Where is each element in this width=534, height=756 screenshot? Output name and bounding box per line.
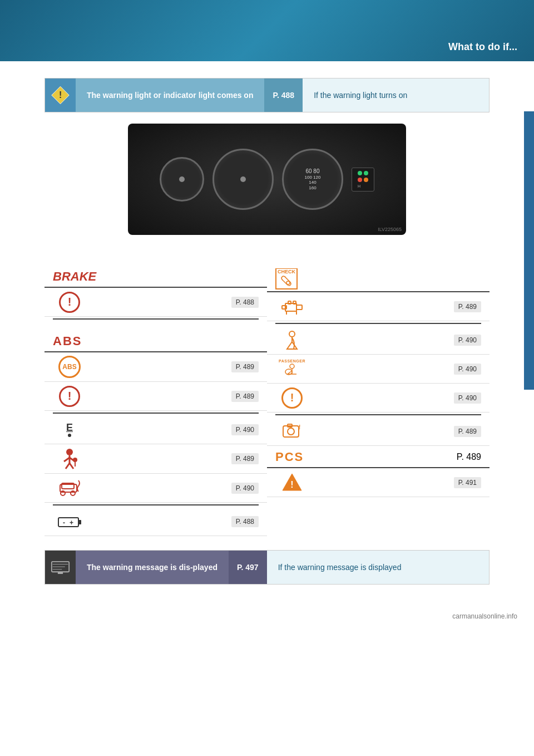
right-column: CHECK — [267, 266, 490, 536]
brake-system-icon: ! — [59, 386, 80, 407]
car-swerve-icon-area — [53, 478, 86, 499]
svg-point-18 — [286, 281, 290, 284]
vsc-icon-area: ! — [275, 421, 309, 441]
dashboard-image: 60 80 100 120 140 160 — [128, 124, 406, 235]
abs-section-header: ABS — [44, 330, 267, 352]
vsc-icon: ! — [281, 421, 303, 441]
check-icon-box: CHECK — [275, 268, 298, 289]
warning-lights-grid: BRAKE ! P. 488 ABS ABS P. 489 — [44, 266, 490, 536]
divider-3 — [53, 504, 259, 505]
fuel-page[interactable]: P. 490 — [231, 424, 259, 435]
passenger-airbag-item: PASSENGER P. 490 — [267, 355, 490, 384]
car-swerve-icon — [57, 478, 82, 499]
passenger-airbag-icon-area: PASSENGER — [275, 359, 309, 379]
circle-amber-icon-area: ! — [275, 387, 309, 409]
footer: carmanualsonline.info — [0, 601, 534, 631]
brake-circle-icon-area: ! — [53, 292, 86, 313]
battery-icon: - + — [57, 513, 82, 530]
center-gauge-left — [212, 149, 274, 210]
triangle-warning-icon: ! — [281, 473, 303, 492]
diamond-warning-icon: ! — [51, 84, 70, 106]
pcs-page[interactable]: P. 489 — [457, 452, 481, 462]
brake-circle-icon: ! — [59, 292, 80, 313]
svg-text:!: ! — [290, 480, 293, 489]
seatbelt-item: P. 490 — [267, 326, 490, 355]
seatbelt-icon-area — [275, 330, 309, 351]
abs-circle-page[interactable]: P. 489 — [231, 361, 259, 372]
bottom-banner-icon-area — [45, 551, 76, 584]
airbag-figure-icon — [283, 363, 301, 379]
circle-amber-icon: ! — [281, 387, 303, 409]
engine-item: P. 489 — [267, 292, 490, 321]
brake-system-item: ! P. 489 — [44, 382, 267, 411]
person-red-page[interactable]: P. 489 — [231, 453, 259, 464]
svg-point-8 — [73, 458, 77, 462]
svg-rect-23 — [293, 301, 296, 304]
person-red-icon-area — [53, 448, 86, 470]
svg-rect-40 — [58, 572, 63, 574]
svg-text:!: ! — [299, 424, 300, 430]
pcs-section-header: PCS P. 489 — [267, 446, 490, 468]
triangle-warning-icon-area: ! — [275, 473, 309, 492]
fuel-icon: E — [66, 423, 73, 437]
brake-circle-item: ! P. 488 — [44, 288, 267, 317]
brake-section-header: BRAKE — [44, 266, 267, 288]
battery-icon-area: - + — [53, 513, 86, 530]
svg-point-2 — [66, 449, 73, 455]
brake-system-icon-area: ! — [53, 386, 86, 407]
warning-light-banner: ! The warning light or indicator light c… — [44, 78, 490, 112]
circle-amber-page[interactable]: P. 490 — [454, 392, 481, 404]
brake-circle-page[interactable]: P. 488 — [231, 297, 259, 308]
blue-sidebar-accent — [524, 111, 534, 390]
center-gauge-right: 60 80 100 120 140 160 — [282, 149, 343, 210]
brake-system-page[interactable]: P. 489 — [231, 391, 259, 402]
car-swerve-page[interactable]: P. 490 — [231, 483, 259, 494]
left-column: BRAKE ! P. 488 ABS ABS P. 489 — [44, 266, 267, 536]
spacer-1 — [44, 321, 267, 330]
engine-page[interactable]: P. 489 — [454, 301, 481, 312]
svg-point-26 — [289, 331, 295, 337]
bottom-banner-link-text[interactable]: If the warning message is displayed — [267, 551, 489, 584]
banner-page-ref[interactable]: P. 488 — [264, 78, 303, 112]
circle-amber-item: ! P. 490 — [267, 384, 490, 413]
page-header: What to do if... — [0, 0, 534, 61]
divider-r1 — [275, 323, 481, 324]
svg-text:-: - — [63, 519, 65, 527]
warning-message-banner: The warning message is dis-played P. 497… — [44, 550, 490, 585]
check-wrench-icon — [280, 275, 293, 287]
svg-rect-15 — [78, 520, 81, 524]
e-dot-circle — [68, 434, 71, 437]
gauge-cluster: 60 80 100 120 140 160 — [160, 149, 374, 210]
vsc-page[interactable]: P. 489 — [454, 426, 481, 437]
triangle-warning-page[interactable]: P. 491 — [454, 477, 481, 488]
banner-link-text[interactable]: If the warning light turns on — [303, 78, 489, 112]
abs-circle-icon-area: ABS — [53, 356, 86, 378]
divider-2 — [53, 413, 259, 414]
abs-circle-item: ABS P. 489 — [44, 352, 267, 382]
check-section-header: CHECK — [267, 266, 490, 292]
bottom-banner-text: The warning message is dis-played — [87, 562, 217, 572]
abs-label: ABS — [53, 334, 82, 348]
passenger-airbag-icon: PASSENGER — [279, 359, 305, 379]
battery-page[interactable]: P. 488 — [231, 516, 259, 527]
vsc-item: ! P. 489 — [267, 417, 490, 446]
person-red-icon — [58, 448, 81, 470]
seatbelt-icon — [281, 330, 303, 351]
banner-warning-text: The warning light or indicator light com… — [87, 90, 253, 100]
image-reference: ILV225065 — [378, 227, 402, 232]
fuel-item: E P. 490 — [44, 415, 267, 444]
footer-logo-text: carmanualsonline.info — [452, 612, 517, 620]
bottom-banner-page-ref[interactable]: P. 497 — [229, 551, 267, 584]
passenger-airbag-page[interactable]: P. 490 — [454, 364, 481, 375]
svg-line-6 — [66, 463, 70, 469]
seatbelt-page[interactable]: P. 490 — [454, 335, 481, 346]
svg-rect-14 — [58, 518, 78, 527]
svg-point-31 — [288, 428, 294, 435]
abs-circle-icon: ABS — [58, 356, 81, 378]
display-icon — [51, 556, 70, 578]
car-swerve-item: P. 490 — [44, 474, 267, 503]
svg-rect-22 — [288, 301, 291, 304]
header-title: What to do if... — [448, 41, 517, 53]
engine-icon-area — [275, 297, 309, 316]
check-label: CHECK — [276, 269, 296, 274]
